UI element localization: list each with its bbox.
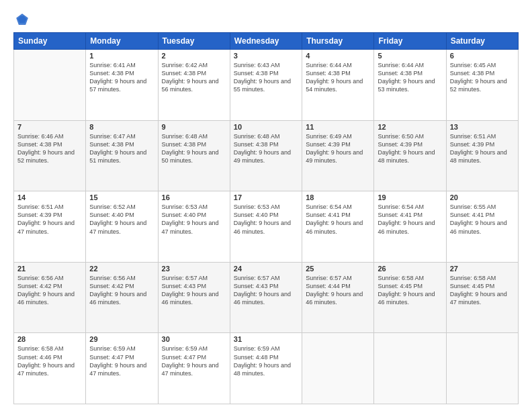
day-number: 28: [17, 335, 82, 343]
calendar-cell: 7Sunrise: 6:46 AM Sunset: 4:38 PM Daylig…: [14, 120, 86, 191]
week-row-1: 7Sunrise: 6:46 AM Sunset: 4:38 PM Daylig…: [14, 120, 519, 191]
day-info: Sunrise: 6:49 AM Sunset: 4:39 PM Dayligh…: [306, 132, 370, 165]
calendar-cell: 3Sunrise: 6:43 AM Sunset: 4:38 PM Daylig…: [230, 50, 302, 121]
day-header-saturday: Saturday: [446, 33, 518, 50]
day-number: 8: [89, 123, 154, 131]
day-number: 1: [89, 52, 154, 60]
day-number: 10: [234, 123, 298, 131]
day-info: Sunrise: 6:58 AM Sunset: 4:45 PM Dayligh…: [450, 274, 515, 307]
day-number: 16: [162, 193, 226, 201]
day-info: Sunrise: 6:50 AM Sunset: 4:39 PM Dayligh…: [378, 132, 442, 165]
logo: [13, 12, 31, 27]
calendar-cell: 8Sunrise: 6:47 AM Sunset: 4:38 PM Daylig…: [86, 120, 158, 191]
header-row: SundayMondayTuesdayWednesdayThursdayFrid…: [14, 33, 519, 50]
week-row-3: 21Sunrise: 6:56 AM Sunset: 4:42 PM Dayli…: [14, 262, 519, 333]
calendar-cell: 18Sunrise: 6:54 AM Sunset: 4:41 PM Dayli…: [302, 191, 374, 263]
day-number: 21: [17, 265, 82, 273]
day-number: 26: [378, 265, 442, 273]
calendar-cell: [14, 50, 86, 121]
calendar-cell: 11Sunrise: 6:49 AM Sunset: 4:39 PM Dayli…: [302, 120, 374, 191]
day-info: Sunrise: 6:55 AM Sunset: 4:41 PM Dayligh…: [450, 203, 515, 236]
calendar-cell: 25Sunrise: 6:57 AM Sunset: 4:44 PM Dayli…: [302, 262, 374, 333]
day-info: Sunrise: 6:43 AM Sunset: 4:38 PM Dayligh…: [234, 61, 298, 94]
day-number: 25: [306, 265, 370, 273]
day-info: Sunrise: 6:47 AM Sunset: 4:38 PM Dayligh…: [89, 132, 154, 165]
calendar-cell: 19Sunrise: 6:54 AM Sunset: 4:41 PM Dayli…: [374, 191, 446, 263]
calendar-cell: 12Sunrise: 6:50 AM Sunset: 4:39 PM Dayli…: [374, 120, 446, 191]
day-number: 13: [450, 123, 515, 131]
day-info: Sunrise: 6:59 AM Sunset: 4:47 PM Dayligh…: [89, 345, 154, 377]
week-row-0: 1Sunrise: 6:41 AM Sunset: 4:38 PM Daylig…: [14, 50, 519, 121]
day-info: Sunrise: 6:57 AM Sunset: 4:43 PM Dayligh…: [234, 274, 298, 307]
day-number: 30: [162, 335, 226, 343]
day-info: Sunrise: 6:41 AM Sunset: 4:38 PM Dayligh…: [89, 61, 154, 94]
day-header-thursday: Thursday: [302, 33, 374, 50]
calendar-cell: 20Sunrise: 6:55 AM Sunset: 4:41 PM Dayli…: [446, 191, 518, 263]
calendar-cell: 2Sunrise: 6:42 AM Sunset: 4:38 PM Daylig…: [158, 50, 230, 121]
day-number: 19: [378, 193, 442, 201]
calendar-cell: 31Sunrise: 6:59 AM Sunset: 4:48 PM Dayli…: [230, 333, 302, 404]
day-info: Sunrise: 6:42 AM Sunset: 4:38 PM Dayligh…: [162, 61, 226, 94]
day-info: Sunrise: 6:51 AM Sunset: 4:39 PM Dayligh…: [450, 132, 515, 165]
day-header-monday: Monday: [86, 33, 158, 50]
day-number: 11: [306, 123, 370, 131]
calendar-cell: 13Sunrise: 6:51 AM Sunset: 4:39 PM Dayli…: [446, 120, 518, 191]
day-info: Sunrise: 6:56 AM Sunset: 4:42 PM Dayligh…: [89, 274, 154, 307]
calendar-cell: 21Sunrise: 6:56 AM Sunset: 4:42 PM Dayli…: [14, 262, 86, 333]
day-number: 2: [162, 52, 226, 60]
calendar-cell: 5Sunrise: 6:44 AM Sunset: 4:38 PM Daylig…: [374, 50, 446, 121]
day-number: 17: [234, 193, 298, 201]
day-header-friday: Friday: [374, 33, 446, 50]
calendar-cell: 24Sunrise: 6:57 AM Sunset: 4:43 PM Dayli…: [230, 262, 302, 333]
day-info: Sunrise: 6:58 AM Sunset: 4:45 PM Dayligh…: [378, 274, 442, 307]
day-header-tuesday: Tuesday: [158, 33, 230, 50]
day-number: 29: [89, 335, 154, 343]
calendar-cell: 27Sunrise: 6:58 AM Sunset: 4:45 PM Dayli…: [446, 262, 518, 333]
calendar-table: SundayMondayTuesdayWednesdayThursdayFrid…: [13, 32, 519, 404]
day-header-sunday: Sunday: [14, 33, 86, 50]
day-info: Sunrise: 6:48 AM Sunset: 4:38 PM Dayligh…: [234, 132, 298, 165]
calendar-cell: 22Sunrise: 6:56 AM Sunset: 4:42 PM Dayli…: [86, 262, 158, 333]
day-info: Sunrise: 6:53 AM Sunset: 4:40 PM Dayligh…: [162, 203, 226, 236]
week-row-4: 28Sunrise: 6:58 AM Sunset: 4:46 PM Dayli…: [14, 333, 519, 404]
day-info: Sunrise: 6:48 AM Sunset: 4:38 PM Dayligh…: [162, 132, 226, 165]
day-number: 20: [450, 193, 515, 201]
day-number: 12: [378, 123, 442, 131]
day-number: 18: [306, 193, 370, 201]
calendar-cell: [302, 333, 374, 404]
day-number: 6: [450, 52, 515, 60]
calendar-cell: 30Sunrise: 6:59 AM Sunset: 4:47 PM Dayli…: [158, 333, 230, 404]
day-number: 31: [234, 335, 298, 343]
calendar-cell: [446, 333, 518, 404]
day-info: Sunrise: 6:57 AM Sunset: 4:44 PM Dayligh…: [306, 274, 370, 307]
day-info: Sunrise: 6:44 AM Sunset: 4:38 PM Dayligh…: [306, 61, 370, 94]
calendar-cell: 29Sunrise: 6:59 AM Sunset: 4:47 PM Dayli…: [86, 333, 158, 404]
day-number: 7: [17, 123, 82, 131]
calendar-cell: 1Sunrise: 6:41 AM Sunset: 4:38 PM Daylig…: [86, 50, 158, 121]
day-info: Sunrise: 6:53 AM Sunset: 4:40 PM Dayligh…: [234, 203, 298, 236]
day-number: 15: [89, 193, 154, 201]
day-number: 22: [89, 265, 154, 273]
day-info: Sunrise: 6:54 AM Sunset: 4:41 PM Dayligh…: [306, 203, 370, 236]
week-row-2: 14Sunrise: 6:51 AM Sunset: 4:39 PM Dayli…: [14, 191, 519, 263]
header: [13, 12, 519, 27]
calendar-cell: 17Sunrise: 6:53 AM Sunset: 4:40 PM Dayli…: [230, 191, 302, 263]
day-info: Sunrise: 6:44 AM Sunset: 4:38 PM Dayligh…: [378, 61, 442, 94]
day-info: Sunrise: 6:57 AM Sunset: 4:43 PM Dayligh…: [162, 274, 226, 307]
calendar-cell: 6Sunrise: 6:45 AM Sunset: 4:38 PM Daylig…: [446, 50, 518, 121]
day-info: Sunrise: 6:51 AM Sunset: 4:39 PM Dayligh…: [17, 203, 82, 236]
calendar-cell: 26Sunrise: 6:58 AM Sunset: 4:45 PM Dayli…: [374, 262, 446, 333]
calendar-cell: 16Sunrise: 6:53 AM Sunset: 4:40 PM Dayli…: [158, 191, 230, 263]
calendar-cell: [374, 333, 446, 404]
calendar-cell: 28Sunrise: 6:58 AM Sunset: 4:46 PM Dayli…: [14, 333, 86, 404]
day-header-wednesday: Wednesday: [230, 33, 302, 50]
day-info: Sunrise: 6:54 AM Sunset: 4:41 PM Dayligh…: [378, 203, 442, 236]
day-info: Sunrise: 6:45 AM Sunset: 4:38 PM Dayligh…: [450, 61, 515, 94]
calendar-cell: 14Sunrise: 6:51 AM Sunset: 4:39 PM Dayli…: [14, 191, 86, 263]
day-number: 14: [17, 193, 82, 201]
day-info: Sunrise: 6:56 AM Sunset: 4:42 PM Dayligh…: [17, 274, 82, 307]
day-info: Sunrise: 6:58 AM Sunset: 4:46 PM Dayligh…: [17, 345, 82, 377]
calendar-cell: 10Sunrise: 6:48 AM Sunset: 4:38 PM Dayli…: [230, 120, 302, 191]
day-info: Sunrise: 6:59 AM Sunset: 4:47 PM Dayligh…: [162, 345, 226, 377]
page: SundayMondayTuesdayWednesdayThursdayFrid…: [0, 0, 532, 411]
